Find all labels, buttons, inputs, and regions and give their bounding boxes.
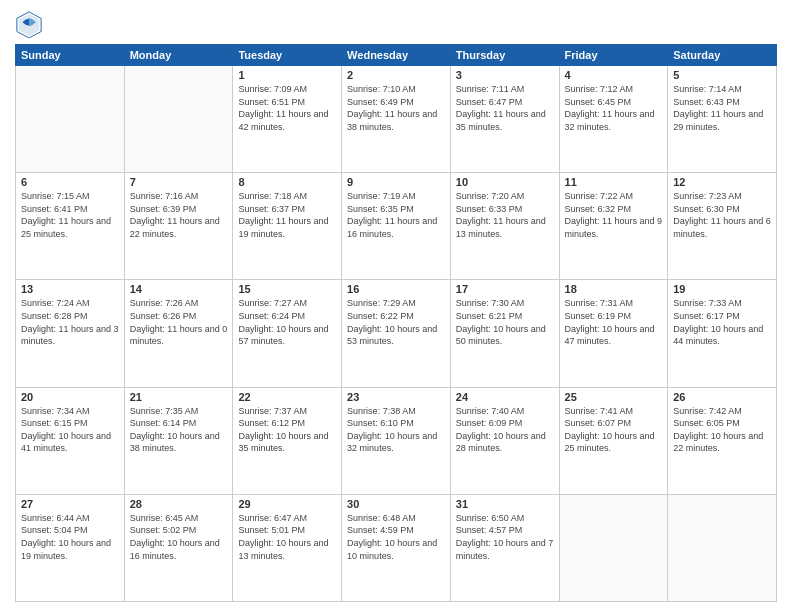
day-cell: 13Sunrise: 7:24 AM Sunset: 6:28 PM Dayli… (16, 280, 125, 387)
day-number: 1 (238, 69, 336, 81)
day-cell: 10Sunrise: 7:20 AM Sunset: 6:33 PM Dayli… (450, 173, 559, 280)
day-cell: 17Sunrise: 7:30 AM Sunset: 6:21 PM Dayli… (450, 280, 559, 387)
day-cell: 22Sunrise: 7:37 AM Sunset: 6:12 PM Dayli… (233, 387, 342, 494)
col-header-sunday: Sunday (16, 45, 125, 66)
day-cell: 2Sunrise: 7:10 AM Sunset: 6:49 PM Daylig… (342, 66, 451, 173)
day-number: 4 (565, 69, 663, 81)
day-info: Sunrise: 7:33 AM Sunset: 6:17 PM Dayligh… (673, 297, 771, 347)
day-number: 9 (347, 176, 445, 188)
logo (15, 10, 47, 38)
day-cell: 12Sunrise: 7:23 AM Sunset: 6:30 PM Dayli… (668, 173, 777, 280)
day-info: Sunrise: 7:09 AM Sunset: 6:51 PM Dayligh… (238, 83, 336, 133)
day-number: 18 (565, 283, 663, 295)
day-info: Sunrise: 7:19 AM Sunset: 6:35 PM Dayligh… (347, 190, 445, 240)
day-info: Sunrise: 7:26 AM Sunset: 6:26 PM Dayligh… (130, 297, 228, 347)
day-number: 12 (673, 176, 771, 188)
day-cell: 19Sunrise: 7:33 AM Sunset: 6:17 PM Dayli… (668, 280, 777, 387)
calendar-header-row: SundayMondayTuesdayWednesdayThursdayFrid… (16, 45, 777, 66)
day-cell: 6Sunrise: 7:15 AM Sunset: 6:41 PM Daylig… (16, 173, 125, 280)
day-number: 5 (673, 69, 771, 81)
day-info: Sunrise: 7:11 AM Sunset: 6:47 PM Dayligh… (456, 83, 554, 133)
day-cell (559, 494, 668, 601)
day-number: 13 (21, 283, 119, 295)
col-header-tuesday: Tuesday (233, 45, 342, 66)
day-cell: 1Sunrise: 7:09 AM Sunset: 6:51 PM Daylig… (233, 66, 342, 173)
day-cell (16, 66, 125, 173)
day-info: Sunrise: 7:15 AM Sunset: 6:41 PM Dayligh… (21, 190, 119, 240)
day-info: Sunrise: 7:37 AM Sunset: 6:12 PM Dayligh… (238, 405, 336, 455)
day-info: Sunrise: 6:50 AM Sunset: 4:57 PM Dayligh… (456, 512, 554, 562)
day-cell (124, 66, 233, 173)
day-number: 14 (130, 283, 228, 295)
week-row-1: 1Sunrise: 7:09 AM Sunset: 6:51 PM Daylig… (16, 66, 777, 173)
day-cell: 14Sunrise: 7:26 AM Sunset: 6:26 PM Dayli… (124, 280, 233, 387)
day-cell: 20Sunrise: 7:34 AM Sunset: 6:15 PM Dayli… (16, 387, 125, 494)
day-cell: 9Sunrise: 7:19 AM Sunset: 6:35 PM Daylig… (342, 173, 451, 280)
day-info: Sunrise: 7:14 AM Sunset: 6:43 PM Dayligh… (673, 83, 771, 133)
day-info: Sunrise: 7:41 AM Sunset: 6:07 PM Dayligh… (565, 405, 663, 455)
day-number: 8 (238, 176, 336, 188)
col-header-monday: Monday (124, 45, 233, 66)
day-info: Sunrise: 7:40 AM Sunset: 6:09 PM Dayligh… (456, 405, 554, 455)
day-number: 24 (456, 391, 554, 403)
day-number: 30 (347, 498, 445, 510)
day-number: 19 (673, 283, 771, 295)
week-row-3: 13Sunrise: 7:24 AM Sunset: 6:28 PM Dayli… (16, 280, 777, 387)
day-number: 20 (21, 391, 119, 403)
day-info: Sunrise: 7:24 AM Sunset: 6:28 PM Dayligh… (21, 297, 119, 347)
day-number: 11 (565, 176, 663, 188)
day-info: Sunrise: 7:18 AM Sunset: 6:37 PM Dayligh… (238, 190, 336, 240)
day-cell: 3Sunrise: 7:11 AM Sunset: 6:47 PM Daylig… (450, 66, 559, 173)
day-info: Sunrise: 6:48 AM Sunset: 4:59 PM Dayligh… (347, 512, 445, 562)
day-number: 29 (238, 498, 336, 510)
day-cell: 25Sunrise: 7:41 AM Sunset: 6:07 PM Dayli… (559, 387, 668, 494)
week-row-5: 27Sunrise: 6:44 AM Sunset: 5:04 PM Dayli… (16, 494, 777, 601)
day-number: 15 (238, 283, 336, 295)
day-number: 23 (347, 391, 445, 403)
day-info: Sunrise: 7:12 AM Sunset: 6:45 PM Dayligh… (565, 83, 663, 133)
day-info: Sunrise: 7:20 AM Sunset: 6:33 PM Dayligh… (456, 190, 554, 240)
day-number: 21 (130, 391, 228, 403)
header (15, 10, 777, 38)
week-row-4: 20Sunrise: 7:34 AM Sunset: 6:15 PM Dayli… (16, 387, 777, 494)
day-info: Sunrise: 7:31 AM Sunset: 6:19 PM Dayligh… (565, 297, 663, 347)
day-number: 28 (130, 498, 228, 510)
day-info: Sunrise: 7:27 AM Sunset: 6:24 PM Dayligh… (238, 297, 336, 347)
day-cell: 23Sunrise: 7:38 AM Sunset: 6:10 PM Dayli… (342, 387, 451, 494)
day-cell: 24Sunrise: 7:40 AM Sunset: 6:09 PM Dayli… (450, 387, 559, 494)
day-cell: 11Sunrise: 7:22 AM Sunset: 6:32 PM Dayli… (559, 173, 668, 280)
page: SundayMondayTuesdayWednesdayThursdayFrid… (0, 0, 792, 612)
day-cell: 30Sunrise: 6:48 AM Sunset: 4:59 PM Dayli… (342, 494, 451, 601)
day-info: Sunrise: 7:22 AM Sunset: 6:32 PM Dayligh… (565, 190, 663, 240)
day-info: Sunrise: 6:45 AM Sunset: 5:02 PM Dayligh… (130, 512, 228, 562)
day-info: Sunrise: 7:10 AM Sunset: 6:49 PM Dayligh… (347, 83, 445, 133)
day-cell: 26Sunrise: 7:42 AM Sunset: 6:05 PM Dayli… (668, 387, 777, 494)
col-header-thursday: Thursday (450, 45, 559, 66)
day-number: 17 (456, 283, 554, 295)
day-info: Sunrise: 7:38 AM Sunset: 6:10 PM Dayligh… (347, 405, 445, 455)
logo-icon (15, 10, 43, 38)
day-info: Sunrise: 7:35 AM Sunset: 6:14 PM Dayligh… (130, 405, 228, 455)
day-info: Sunrise: 7:30 AM Sunset: 6:21 PM Dayligh… (456, 297, 554, 347)
day-cell: 21Sunrise: 7:35 AM Sunset: 6:14 PM Dayli… (124, 387, 233, 494)
day-info: Sunrise: 7:42 AM Sunset: 6:05 PM Dayligh… (673, 405, 771, 455)
day-number: 26 (673, 391, 771, 403)
day-cell: 8Sunrise: 7:18 AM Sunset: 6:37 PM Daylig… (233, 173, 342, 280)
day-cell: 16Sunrise: 7:29 AM Sunset: 6:22 PM Dayli… (342, 280, 451, 387)
col-header-friday: Friday (559, 45, 668, 66)
day-info: Sunrise: 6:47 AM Sunset: 5:01 PM Dayligh… (238, 512, 336, 562)
day-number: 3 (456, 69, 554, 81)
day-number: 16 (347, 283, 445, 295)
day-cell: 28Sunrise: 6:45 AM Sunset: 5:02 PM Dayli… (124, 494, 233, 601)
col-header-saturday: Saturday (668, 45, 777, 66)
day-cell: 5Sunrise: 7:14 AM Sunset: 6:43 PM Daylig… (668, 66, 777, 173)
day-number: 22 (238, 391, 336, 403)
week-row-2: 6Sunrise: 7:15 AM Sunset: 6:41 PM Daylig… (16, 173, 777, 280)
day-cell: 7Sunrise: 7:16 AM Sunset: 6:39 PM Daylig… (124, 173, 233, 280)
day-number: 27 (21, 498, 119, 510)
col-header-wednesday: Wednesday (342, 45, 451, 66)
day-info: Sunrise: 6:44 AM Sunset: 5:04 PM Dayligh… (21, 512, 119, 562)
day-number: 31 (456, 498, 554, 510)
day-number: 7 (130, 176, 228, 188)
day-number: 10 (456, 176, 554, 188)
